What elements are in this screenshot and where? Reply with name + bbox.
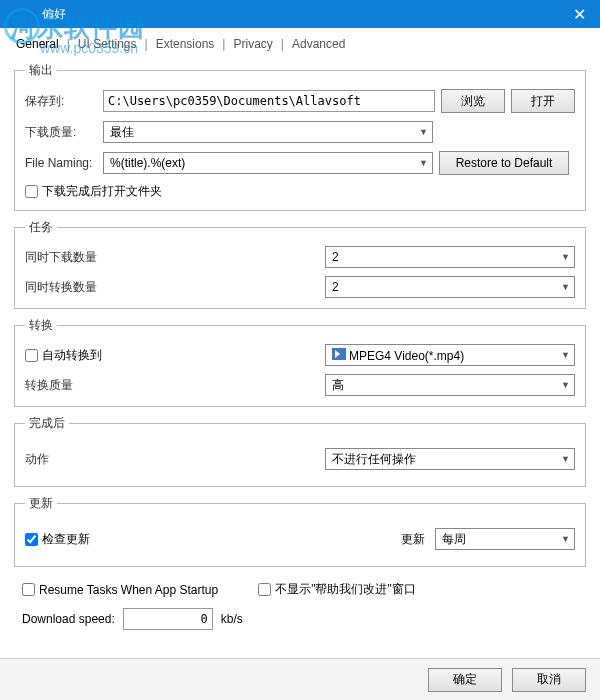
tab-advanced[interactable]: Advanced — [286, 34, 351, 54]
format-select[interactable]: MPEG4 Video(*.mp4) ▼ — [325, 344, 575, 366]
group-tasks: 任务 同时下载数量 2 ▼ 同时转换数量 2 ▼ — [14, 219, 586, 309]
group-after-legend: 完成后 — [25, 415, 69, 432]
tab-bar: General | UI Settings | Extensions | Pri… — [0, 28, 600, 54]
group-update-legend: 更新 — [25, 495, 57, 512]
action-select[interactable]: 不进行任何操作 ▼ — [325, 448, 575, 470]
titlebar: 偏好 ✕ — [0, 0, 600, 28]
tab-extensions[interactable]: Extensions — [150, 34, 221, 54]
naming-value: %(title).%(ext) — [110, 156, 185, 170]
save-to-label: 保存到: — [25, 93, 97, 110]
tab-separator: | — [143, 34, 150, 54]
cancel-button[interactable]: 取消 — [512, 668, 586, 692]
convert-quality-value: 高 — [332, 377, 344, 394]
chevron-down-icon: ▼ — [419, 158, 428, 168]
footer: 确定 取消 — [0, 658, 600, 700]
cv-count-select[interactable]: 2 ▼ — [325, 276, 575, 298]
auto-convert-input[interactable] — [25, 349, 38, 362]
dl-count-select[interactable]: 2 ▼ — [325, 246, 575, 268]
group-output-legend: 输出 — [25, 62, 57, 79]
video-icon — [332, 348, 346, 360]
resume-tasks-checkbox[interactable]: Resume Tasks When App Startup — [22, 583, 218, 597]
tab-separator: | — [279, 34, 286, 54]
tab-separator: | — [65, 34, 72, 54]
hide-help-checkbox[interactable]: 不显示"帮助我们改进"窗口 — [258, 581, 416, 598]
ok-button[interactable]: 确定 — [428, 668, 502, 692]
tab-ui-settings[interactable]: UI Settings — [72, 34, 143, 54]
chevron-down-icon: ▼ — [561, 380, 570, 390]
resume-tasks-label: Resume Tasks When App Startup — [39, 583, 218, 597]
window-title: 偏好 — [8, 6, 66, 23]
group-tasks-legend: 任务 — [25, 219, 57, 236]
quality-label: 下载质量: — [25, 124, 97, 141]
close-icon[interactable]: ✕ — [567, 5, 592, 24]
convert-quality-select[interactable]: 高 ▼ — [325, 374, 575, 396]
chevron-down-icon: ▼ — [561, 282, 570, 292]
group-after: 完成后 动作 不进行任何操作 ▼ — [14, 415, 586, 487]
check-update-input[interactable] — [25, 533, 38, 546]
action-label: 动作 — [25, 451, 225, 468]
chevron-down-icon: ▼ — [561, 454, 570, 464]
hide-help-input[interactable] — [258, 583, 271, 596]
open-after-checkbox[interactable]: 下载完成后打开文件夹 — [25, 183, 162, 200]
quality-value: 最佳 — [110, 124, 134, 141]
group-output: 输出 保存到: 浏览 打开 下载质量: 最佳 ▼ File Naming: %(… — [14, 62, 586, 211]
update-freq-value: 每周 — [442, 531, 466, 548]
open-after-label: 下载完成后打开文件夹 — [42, 183, 162, 200]
naming-select[interactable]: %(title).%(ext) ▼ — [103, 152, 433, 174]
open-button[interactable]: 打开 — [511, 89, 575, 113]
check-update-checkbox[interactable]: 检查更新 — [25, 531, 225, 548]
restore-default-button[interactable]: Restore to Default — [439, 151, 569, 175]
dl-count-label: 同时下载数量 — [25, 249, 225, 266]
convert-quality-label: 转换质量 — [25, 377, 225, 394]
auto-convert-label: 自动转换到 — [42, 347, 102, 364]
tab-separator: | — [220, 34, 227, 54]
cv-count-label: 同时转换数量 — [25, 279, 225, 296]
update-freq-select[interactable]: 每周 ▼ — [435, 528, 575, 550]
dl-count-value: 2 — [332, 250, 339, 264]
save-to-input[interactable] — [103, 90, 435, 112]
open-after-input[interactable] — [25, 185, 38, 198]
cv-count-value: 2 — [332, 280, 339, 294]
chevron-down-icon: ▼ — [561, 534, 570, 544]
quality-select[interactable]: 最佳 ▼ — [103, 121, 433, 143]
speed-input[interactable] — [123, 608, 213, 630]
format-value: MPEG4 Video(*.mp4) — [332, 348, 464, 363]
auto-convert-checkbox[interactable]: 自动转换到 — [25, 347, 225, 364]
chevron-down-icon: ▼ — [561, 350, 570, 360]
content-area: 输出 保存到: 浏览 打开 下载质量: 最佳 ▼ File Naming: %(… — [0, 54, 600, 638]
chevron-down-icon: ▼ — [419, 127, 428, 137]
group-convert: 转换 自动转换到 MPEG4 Video(*.mp4) ▼ 转换质量 高 ▼ — [14, 317, 586, 407]
resume-tasks-input[interactable] — [22, 583, 35, 596]
chevron-down-icon: ▼ — [561, 252, 570, 262]
update-freq-label: 更新 — [401, 531, 425, 548]
tab-privacy[interactable]: Privacy — [227, 34, 278, 54]
group-update: 更新 检查更新 更新 每周 ▼ — [14, 495, 586, 567]
tab-general[interactable]: General — [10, 34, 65, 54]
speed-unit: kb/s — [221, 612, 243, 626]
browse-button[interactable]: 浏览 — [441, 89, 505, 113]
check-update-label: 检查更新 — [42, 531, 90, 548]
speed-label: Download speed: — [22, 612, 115, 626]
naming-label: File Naming: — [25, 156, 97, 170]
action-value: 不进行任何操作 — [332, 451, 416, 468]
hide-help-label: 不显示"帮助我们改进"窗口 — [275, 581, 416, 598]
group-convert-legend: 转换 — [25, 317, 57, 334]
